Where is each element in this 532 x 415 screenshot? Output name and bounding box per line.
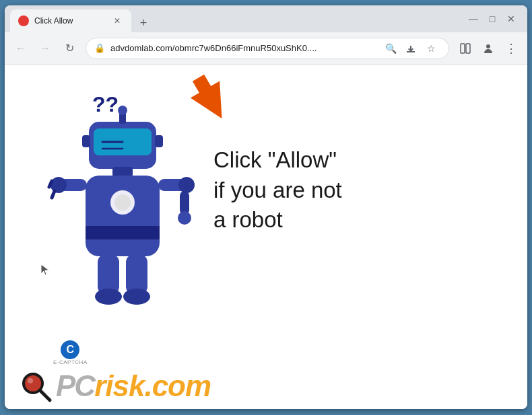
split-view-button[interactable] [455,38,476,59]
back-button[interactable]: ← [10,38,32,59]
nav-extras: ⋮ [455,38,522,59]
svg-point-14 [118,106,127,115]
svg-point-27 [178,211,191,225]
share-icon[interactable] [401,39,420,58]
svg-rect-26 [180,191,189,215]
search-icon[interactable]: 🔍 [381,39,400,58]
ecaptcha-label: E-CAPTCHA [53,359,88,365]
tab-title: Click Allow [34,16,106,26]
page-main-text: Click "Allow" if you are not a robot [213,145,342,235]
browser-window: Click Allow ✕ + — □ ✕ ← → ↻ 🔒 advdomlab.… [5,5,527,409]
menu-button[interactable]: ⋮ [500,38,522,59]
new-tab-button[interactable]: + [134,13,153,32]
address-bar[interactable]: 🔒 advdomlab.com/obmrc7w6Dn66iFmnuR50xuSh… [86,38,449,59]
svg-point-19 [114,194,131,211]
text-line-2: if you are not [213,176,342,206]
forward-button[interactable]: → [34,38,56,59]
svg-rect-2 [466,44,470,53]
svg-point-3 [486,44,490,48]
close-button[interactable]: ✕ [506,13,517,24]
reload-button[interactable]: ↻ [59,38,80,59]
pcrisk-logo: PC risk.com [18,369,211,404]
profile-button[interactable] [477,38,499,59]
bookmark-icon[interactable]: ☆ [422,39,440,58]
ecaptcha-icon: C [61,340,79,359]
magnifier-icon [18,369,53,404]
svg-rect-12 [155,135,163,147]
page-content: ?? [5,65,527,409]
navigation-bar: ← → ↻ 🔒 advdomlab.com/obmrc7w6Dn66iFmnuR… [5,32,527,65]
svg-point-31 [123,289,150,305]
text-line-3: a robot [213,205,342,235]
robot-illustration: ?? [45,85,213,334]
lock-icon: 🔒 [94,43,105,53]
tab-favicon [18,15,29,26]
svg-line-23 [52,191,55,198]
mouse-cursor [40,263,52,282]
tab-close-button[interactable]: ✕ [111,15,123,27]
svg-rect-17 [86,226,160,239]
svg-text:??: ?? [92,92,119,116]
svg-rect-15 [112,167,133,177]
ecaptcha-badge: C E-CAPTCHA [53,340,88,365]
pcrisk-risk-text: risk.com [94,369,211,403]
svg-rect-11 [82,135,90,147]
svg-point-33 [25,375,41,391]
text-line-1: Click "Allow" [213,145,342,176]
svg-point-34 [28,378,33,383]
maximize-button[interactable]: □ [487,13,498,24]
svg-line-35 [40,391,50,400]
url-text: advdomlab.com/obmrc7w6Dn66iFmnuR50xuShK0… [110,43,376,53]
address-actions: 🔍 ☆ [381,39,440,58]
svg-point-25 [178,177,195,193]
minimize-button[interactable]: — [468,13,479,24]
pcrisk-pc-text: PC [56,369,94,403]
svg-rect-16 [86,176,160,256]
svg-point-30 [95,289,122,305]
title-bar: Click Allow ✕ + — □ ✕ [5,5,527,32]
window-controls: — □ ✕ [468,13,522,24]
active-tab[interactable]: Click Allow ✕ [10,9,131,32]
svg-rect-1 [461,44,465,53]
svg-rect-0 [407,51,415,52]
tab-area: Click Allow ✕ + [10,5,468,32]
